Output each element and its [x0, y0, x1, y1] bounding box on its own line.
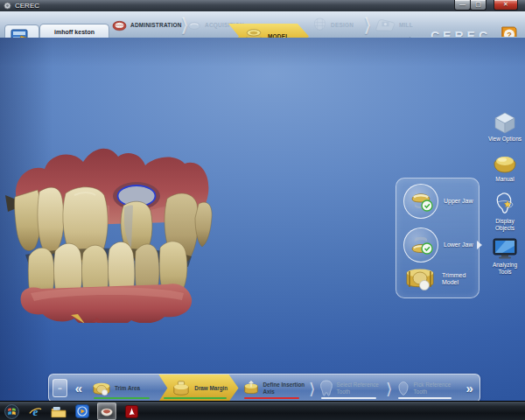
chevron-separator: ❯ — [364, 11, 372, 38]
analyzing-tools-button[interactable]: Analyzing Tools — [486, 237, 524, 276]
tooth-outline-icon — [318, 380, 334, 397]
step-status-underline — [321, 397, 376, 400]
manual-label: Manual — [495, 176, 514, 183]
step-pick-reference-tooth-label: Pick Reference Tooth — [414, 382, 458, 394]
draw-margin-icon — [171, 380, 192, 397]
display-objects-label: Display Objects — [486, 218, 524, 232]
lower-jaw-check-icon — [408, 232, 434, 258]
windows-start-icon — [4, 404, 19, 419]
step-status-underline — [164, 397, 226, 400]
tooth-sparkle-icon — [493, 192, 517, 216]
jaw-display-panel: Upper Jaw Lower Jaw — [396, 178, 480, 298]
trimmed-model-label: Trimmed Model — [442, 272, 472, 287]
app-window-icon — [4, 2, 11, 10]
manual-button[interactable]: Manual — [486, 153, 524, 183]
windows-taskbar: e — [0, 401, 525, 420]
tooth-outline-icon — [396, 381, 411, 396]
minimize-button[interactable]: — — [454, 0, 471, 10]
taskbar-explorer[interactable] — [50, 403, 67, 419]
gold-model-icon — [492, 153, 518, 174]
dental-scan-model[interactable] — [4, 143, 214, 323]
tab-design-label: DESIGN — [331, 22, 354, 28]
window-title: CEREC — [15, 2, 39, 10]
trimmed-model-button[interactable]: Trimmed Model — [403, 266, 472, 292]
adobe-reader-icon — [125, 405, 138, 418]
taskbar-adobe-reader[interactable] — [122, 403, 140, 419]
step-status-underline — [94, 397, 150, 400]
upper-jaw-check-icon — [408, 188, 434, 214]
step-draw-margin[interactable]: Draw Margin — [158, 374, 238, 402]
lower-jaw-circle[interactable] — [403, 228, 438, 262]
analyzing-tools-label: Analyzing Tools — [486, 262, 524, 276]
panel-expand-arrow-icon[interactable] — [477, 241, 482, 249]
model-3d-viewport[interactable]: Upper Jaw Lower Jaw — [0, 38, 525, 401]
insertion-axis-icon — [242, 380, 261, 397]
upper-jaw-label: Upper Jaw — [444, 198, 473, 205]
chevron-separator: ❯ — [310, 374, 314, 402]
tab-mill-label: MILL — [399, 22, 413, 28]
tab-administration[interactable]: ADMINISTRATION — [112, 11, 182, 38]
step-trim-area[interactable]: Trim Area — [88, 374, 158, 402]
display-objects-button[interactable]: Display Objects — [486, 192, 524, 232]
step-draw-margin-label: Draw Margin — [194, 385, 228, 391]
workflow-step-bar: ▪▪ « Trim Area Draw Margin — [48, 374, 480, 402]
steps-back-button[interactable]: « — [69, 374, 88, 402]
tab-mill: MILL — [374, 11, 413, 38]
monitor-icon — [492, 237, 518, 260]
taskbar-media-player[interactable] — [74, 403, 91, 419]
view-options-label: View Options — [488, 136, 522, 143]
view-options-button[interactable]: View Options — [486, 112, 524, 143]
step-trim-area-label: Trim Area — [115, 385, 140, 391]
jaw-faded-icon — [187, 19, 201, 31]
upper-jaw-button[interactable]: Upper Jaw — [403, 184, 473, 219]
step-status-underline — [398, 397, 452, 400]
internet-explorer-icon: e — [28, 404, 43, 419]
step-define-insertion-axis[interactable]: Define Insertion Axis — [239, 374, 308, 402]
taskbar-internet-explorer[interactable]: e — [26, 403, 44, 419]
milling-machine-icon — [374, 18, 396, 32]
upper-jaw-circle[interactable] — [403, 184, 438, 219]
window-title-bar[interactable]: CEREC — ▢ ✕ — [0, 0, 525, 12]
collapse-toolbar-button[interactable]: ▪▪ — [52, 379, 67, 397]
cerec-app-icon — [100, 406, 114, 417]
maximize-button[interactable]: ▢ — [470, 0, 486, 10]
svg-text:e: e — [32, 404, 38, 417]
dental-model-group — [5, 149, 212, 323]
taskbar-cerec-app[interactable] — [97, 402, 116, 420]
explorer-folder-icon — [51, 405, 66, 418]
cerec-application-window: CEREC — ▢ ✕ imhoff keston 2/3/2014 — [0, 0, 525, 420]
denture-icon — [112, 18, 127, 32]
patient-name: imhoff keston — [54, 29, 94, 37]
step-select-reference-tooth: Select Reference Tooth — [316, 374, 385, 402]
lower-jaw-label: Lower Jaw — [444, 242, 473, 248]
cube-icon — [494, 112, 516, 134]
step-define-insertion-axis-label: Define Insertion Axis — [263, 382, 305, 394]
tab-administration-label: ADMINISTRATION — [130, 22, 182, 28]
start-button[interactable] — [3, 403, 20, 419]
tooth-mesh-icon — [312, 18, 327, 32]
trim-area-icon — [91, 380, 112, 397]
media-player-icon — [75, 404, 89, 418]
steps-forward-button[interactable]: » — [460, 374, 480, 402]
close-button[interactable]: ✕ — [494, 0, 518, 10]
step-select-reference-tooth-label: Select Reference Tooth — [337, 382, 382, 394]
tab-design: DESIGN — [312, 11, 354, 38]
step-pick-reference-tooth: Pick Reference Tooth — [393, 374, 460, 402]
step-status-underline — [244, 397, 299, 400]
trimmed-model-icon — [403, 266, 437, 292]
chevron-separator: ❯ — [387, 374, 391, 402]
lower-jaw-button[interactable]: Lower Jaw — [403, 228, 473, 262]
phase-navigation-bar: imhoff keston 2/3/2014 ADMINISTRATION ❯ … — [0, 11, 525, 38]
